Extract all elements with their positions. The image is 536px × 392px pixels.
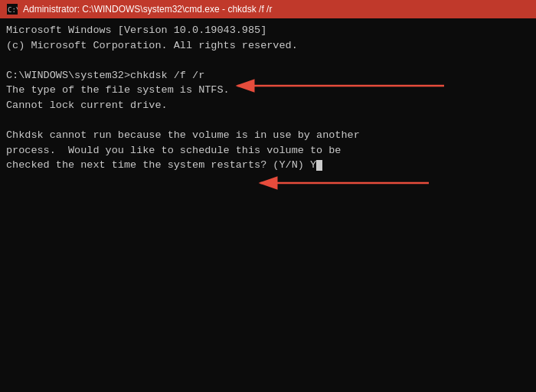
terminal-line: (c) Microsoft Corporation. All rights re… [6, 38, 530, 54]
terminal-line-command: C:\WINDOWS\system32>chkdsk /f /r [6, 68, 530, 83]
terminal-cursor [316, 160, 322, 171]
terminal-line: Cannot lock current drive. [6, 98, 530, 113]
terminal-body[interactable]: Microsoft Windows [Version 10.0.19043.98… [0, 18, 536, 392]
terminal-line: process. Would you like to schedule this… [6, 143, 530, 158]
cmd-window: C:\ Administrator: C:\WINDOWS\system32\c… [0, 0, 536, 392]
cmd-icon: C:\ [6, 3, 18, 15]
terminal-line: Microsoft Windows [Version 10.0.19043.98… [6, 23, 530, 38]
title-bar-text: Administrator: C:\WINDOWS\system32\cmd.e… [23, 4, 530, 15]
terminal-line: Chkdsk cannot run because the volume is … [6, 128, 530, 143]
title-bar: C:\ Administrator: C:\WINDOWS\system32\c… [0, 0, 536, 18]
terminal-line: The type of the file system is NTFS. [6, 83, 530, 98]
terminal-line [6, 53, 530, 68]
terminal-line [6, 113, 530, 128]
terminal-line-prompt: checked the next time the system restart… [6, 158, 530, 173]
svg-text:C:\: C:\ [8, 6, 18, 14]
